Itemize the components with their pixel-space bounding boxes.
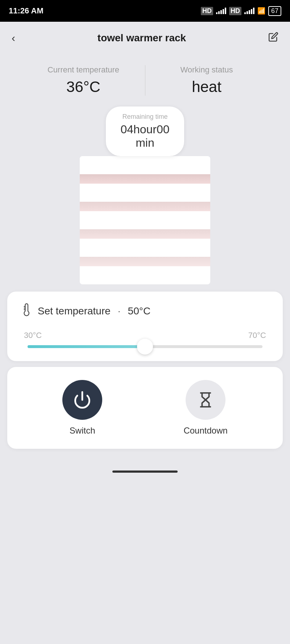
hourglass-icon — [197, 392, 214, 408]
countdown-control[interactable]: Countdown — [183, 380, 227, 436]
temp-slider-container[interactable]: 30°C 70°C — [20, 331, 270, 348]
page-header: ‹ towel warmer rack — [0, 22, 290, 54]
switch-label: Switch — [70, 426, 95, 436]
working-status-item: Working status heat — [145, 65, 268, 96]
hd-badge-2: HD — [229, 7, 241, 15]
controls-card: Switch Countdown — [7, 367, 283, 449]
status-bar: 11:26 AM HD HD 📶 67 — [0, 0, 290, 22]
temp-dot: · — [118, 305, 121, 317]
slider-min-label: 30°C — [24, 331, 42, 340]
remaining-time-label: Remaining time — [120, 113, 169, 121]
set-temp-label: Set temperature — [38, 305, 111, 317]
temperature-card: Set temperature · 50°C 30°C 70°C — [7, 292, 283, 361]
home-indicator — [112, 471, 178, 473]
current-temp-item: Current temperature 36°C — [22, 65, 145, 96]
signal-bars-1 — [216, 8, 226, 14]
back-button[interactable]: ‹ — [12, 32, 15, 44]
hd-badge-1: HD — [201, 7, 213, 15]
towel-rack-visual — [80, 156, 210, 284]
slider-fill — [28, 345, 145, 348]
status-icons: HD HD 📶 67 — [201, 6, 281, 16]
working-status-label: Working status — [145, 65, 268, 75]
slider-track[interactable] — [28, 345, 262, 348]
page-title: towel warmer rack — [98, 32, 186, 44]
power-icon — [73, 390, 92, 409]
stats-section: Current temperature 36°C Working status … — [0, 54, 290, 103]
edit-button[interactable] — [268, 32, 278, 45]
slider-thumb[interactable] — [137, 339, 153, 355]
countdown-label: Countdown — [183, 426, 227, 436]
working-status-value: heat — [145, 78, 268, 96]
remaining-time-bubble: Remaining time 04hour00 min — [106, 106, 184, 156]
bottom-indicator — [0, 463, 290, 480]
temp-set-value: 50°C — [128, 305, 151, 317]
remaining-time-value: 04hour00 min — [120, 123, 169, 150]
towel-rack-area — [0, 156, 290, 284]
signal-bars-2 — [244, 8, 254, 14]
thermometer-icon — [20, 303, 33, 319]
countdown-button[interactable] — [186, 380, 225, 420]
switch-control[interactable]: Switch — [62, 380, 102, 436]
current-temp-label: Current temperature — [22, 65, 145, 75]
remaining-time-container: Remaining time 04hour00 min — [0, 106, 290, 156]
status-time: 11:26 AM — [9, 6, 44, 16]
battery-indicator: 67 — [268, 6, 281, 16]
current-temp-value: 36°C — [22, 78, 145, 96]
slider-max-label: 70°C — [248, 331, 266, 340]
switch-button[interactable] — [62, 380, 102, 420]
temp-card-header: Set temperature · 50°C — [20, 303, 270, 319]
wifi-icon: 📶 — [257, 7, 265, 15]
